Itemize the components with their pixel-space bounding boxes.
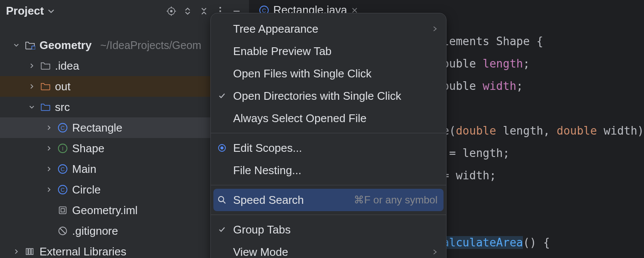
chevron-right-icon — [432, 25, 437, 32]
class-icon: C — [58, 123, 68, 132]
svg-point-6 — [219, 7, 221, 9]
menu-group-tabs[interactable]: Group Tabs — [211, 218, 446, 241]
svg-rect-23 — [26, 249, 28, 255]
menu-open-files-single[interactable]: Open Files with Single Click — [211, 62, 446, 85]
chevron-right-icon[interactable] — [45, 125, 53, 131]
menu-tree-appearance[interactable]: Tree Appearance — [211, 18, 446, 40]
svg-rect-20 — [61, 209, 64, 212]
tree-item-label: External Libraries — [39, 245, 126, 258]
svg-point-31 — [221, 147, 224, 150]
menu-separator — [211, 133, 446, 133]
menu-edit-scopes[interactable]: Edit Scopes... — [211, 137, 446, 159]
tree-item-label: .gitignore — [72, 224, 118, 238]
menu-view-mode[interactable]: View Mode — [211, 241, 446, 258]
chevron-down-icon[interactable] — [27, 104, 36, 110]
menu-speed-search[interactable]: Speed Search ⌘F or any symbol — [213, 189, 444, 211]
gitignore-icon — [58, 226, 68, 236]
svg-line-33 — [223, 201, 225, 203]
tree-item-label: Shape — [72, 142, 104, 155]
project-folder-icon — [25, 41, 35, 49]
chevron-right-icon — [432, 249, 437, 255]
svg-text:C: C — [61, 125, 64, 131]
chevron-right-icon[interactable] — [27, 83, 36, 89]
tree-item-label: .idea — [55, 59, 79, 73]
svg-text:C: C — [61, 166, 64, 172]
chevron-right-icon[interactable] — [12, 249, 21, 255]
svg-point-32 — [219, 197, 224, 202]
menu-file-nesting[interactable]: File Nesting... — [211, 159, 446, 181]
expand-all-icon[interactable] — [181, 5, 194, 18]
tree-item-label: src — [55, 101, 70, 114]
svg-point-1 — [170, 10, 172, 12]
folder-icon — [40, 61, 51, 70]
class-icon: C — [58, 164, 68, 174]
tree-item-label: out — [55, 80, 70, 93]
menu-separator — [211, 185, 446, 185]
chevron-down-icon[interactable] — [47, 7, 55, 15]
svg-rect-24 — [29, 249, 30, 255]
chevron-right-icon[interactable] — [27, 63, 36, 69]
menu-open-dirs-single[interactable]: Open Directories with Single Click — [211, 85, 446, 107]
svg-rect-19 — [59, 207, 66, 214]
class-icon: C — [58, 185, 68, 194]
collapse-all-icon[interactable] — [197, 5, 210, 18]
chevron-down-icon[interactable] — [12, 42, 21, 48]
svg-text:C: C — [61, 187, 64, 193]
svg-rect-25 — [31, 249, 33, 255]
chevron-right-icon[interactable] — [45, 145, 53, 151]
interface-icon: I — [58, 144, 68, 153]
check-icon — [217, 92, 227, 100]
tree-item-label: Main — [72, 163, 96, 176]
svg-line-22 — [60, 228, 65, 233]
tree-root-path: ~/IdeaProjects/Geom — [100, 39, 201, 52]
sidebar-title[interactable]: Project — [6, 4, 44, 18]
check-icon — [217, 226, 227, 233]
context-menu: Tree Appearance Enable Preview Tab Open … — [210, 13, 447, 258]
menu-enable-preview[interactable]: Enable Preview Tab — [211, 40, 446, 62]
folder-icon — [40, 103, 51, 111]
search-icon — [217, 196, 227, 204]
folder-icon — [40, 82, 51, 91]
tree-item-label: Circle — [72, 183, 100, 197]
menu-shortcut: ⌘F or any symbol — [354, 194, 437, 206]
tree-item-label: Geometry.iml — [72, 204, 138, 217]
menu-separator — [211, 215, 446, 215]
svg-text:I: I — [62, 145, 64, 152]
chevron-right-icon[interactable] — [45, 187, 53, 193]
tree-item-label: Rectangle — [72, 121, 122, 135]
menu-always-select[interactable]: Always Select Opened File — [211, 107, 446, 129]
radio-icon — [217, 144, 227, 152]
svg-point-7 — [219, 10, 221, 12]
chevron-right-icon[interactable] — [45, 166, 53, 172]
library-icon — [25, 247, 35, 256]
svg-rect-10 — [32, 46, 35, 49]
iml-icon — [58, 206, 68, 215]
target-icon[interactable] — [165, 5, 178, 18]
tree-root-name: Geometry — [39, 39, 91, 52]
